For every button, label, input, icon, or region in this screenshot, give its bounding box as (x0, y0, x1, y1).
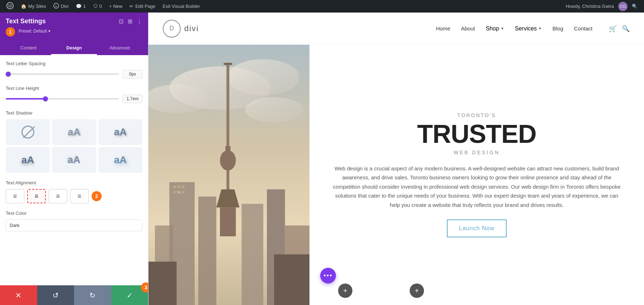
text-alignment-section: Text Alignment ≡ ≡ ≡ ≡ 2 (6, 180, 142, 203)
svg-text:D: D (55, 5, 57, 8)
tab-content[interactable]: Content (6, 42, 51, 55)
nav-home[interactable]: Home (436, 25, 450, 32)
search-button[interactable]: 🔍 (629, 4, 640, 9)
nav-contact[interactable]: Contact (574, 25, 592, 32)
nav-icons: 🛒 🔍 (609, 25, 630, 33)
letter-spacing-thumb[interactable] (6, 72, 11, 77)
save-icon: ✓ (127, 291, 133, 300)
panel-title: Text Settings (6, 18, 46, 25)
nav-about[interactable]: About (461, 25, 475, 32)
line-height-track[interactable] (6, 98, 119, 100)
shadow-option-1[interactable]: aA (52, 119, 96, 145)
line-height-fill (6, 98, 45, 100)
logo-letter: D (170, 25, 174, 32)
comments-button[interactable]: 💬 1 (73, 0, 89, 13)
panel-footer: ✕ ↺ ↻ ✓ 3 (0, 285, 148, 305)
site-preview: D divi Home About Shop ▼ Services ▼ Blog… (148, 13, 644, 305)
more-icon[interactable]: ⋮ (137, 18, 142, 25)
text-shadow-section: Text Shadow aA aA aA aA aA (6, 110, 142, 173)
add-module-button-2[interactable]: + (410, 284, 424, 298)
line-height-section: Text Line Height 1.7em (6, 86, 142, 103)
hero-title2: WEB DESIGN (331, 150, 623, 155)
svg-rect-28 (148, 262, 177, 305)
edit-icon: ✏ (130, 4, 133, 9)
badge-2: 2 (92, 191, 102, 201)
wp-logo-button[interactable]: W (4, 0, 16, 13)
no-shadow-icon (21, 126, 34, 139)
wp-icon: W (6, 2, 14, 10)
cart-icon[interactable]: 🛒 (609, 25, 617, 33)
purple-menu-button[interactable]: ••• (320, 268, 336, 284)
letter-spacing-slider-row: 0px (6, 70, 142, 78)
save-wrap: ✓ 3 (111, 285, 148, 305)
hero-image (148, 45, 309, 305)
launch-button[interactable]: Launch Now (447, 219, 507, 237)
search-icon[interactable]: 🔍 (622, 25, 630, 33)
user-section: Howdy, Christina Gwira CG 🔍 (563, 2, 640, 11)
shadow-option-5[interactable]: aA (98, 147, 142, 173)
svg-rect-22 (177, 186, 180, 188)
alignment-row: ≡ ≡ ≡ ≡ 2 (6, 189, 142, 203)
shadow-option-2[interactable]: aA (98, 119, 142, 145)
svg-point-6 (227, 59, 299, 95)
text-color-label: Text Color (6, 210, 142, 216)
settings-panel: Text Settings ⊡ ⊞ ⋮ 1 Preset: Default ▾ … (0, 13, 148, 305)
site-nav-links: Home About Shop ▼ Services ▼ Blog Contac… (436, 25, 630, 33)
divi-icon: D (53, 3, 59, 10)
user-greeting: Howdy, Christina Gwira (563, 4, 617, 9)
chat-button[interactable]: 🗨 0 (90, 0, 105, 13)
shadow-none[interactable] (6, 119, 50, 145)
my-sites-button[interactable]: 🏠 My Sites (18, 0, 49, 13)
svg-rect-24 (173, 191, 176, 193)
svg-rect-9 (226, 63, 229, 207)
line-height-value[interactable]: 1.7em (123, 95, 142, 103)
shadow-option-3[interactable]: aA (6, 147, 50, 173)
services-chevron-down-icon: ▼ (538, 26, 542, 30)
svg-rect-10 (224, 63, 232, 65)
nav-services[interactable]: Services ▼ (515, 25, 542, 32)
exit-builder-button[interactable]: Exit Visual Builder (160, 0, 203, 13)
chat-icon: 🗨 (93, 4, 98, 9)
align-justify-button[interactable]: ≡ (70, 189, 89, 203)
svg-rect-14 (220, 207, 236, 236)
letter-spacing-value[interactable]: 0px (123, 70, 142, 78)
text-alignment-label: Text Alignment (6, 180, 142, 185)
expand-icon[interactable]: ⊞ (128, 18, 132, 25)
color-select-row: Light Dark (6, 219, 142, 231)
nav-blog[interactable]: Blog (552, 25, 563, 32)
hero-title: TRUSTED (331, 121, 623, 147)
svg-rect-23 (182, 186, 185, 188)
tab-advanced[interactable]: Advanced (97, 42, 142, 55)
wp-admin-bar: W 🏠 My Sites D Divi 💬 1 🗨 0 + New ✏ Edit… (0, 0, 644, 13)
nav-shop[interactable]: Shop ▼ (486, 25, 504, 32)
hero-section: TORONTO'S TRUSTED WEB DESIGN Web design … (148, 45, 644, 305)
hero-content: TORONTO'S TRUSTED WEB DESIGN Web design … (309, 45, 644, 305)
undo-button[interactable]: ↺ (37, 285, 74, 305)
panel-content: Text Letter Spacing 0px Text Line Height (0, 55, 148, 285)
cancel-button[interactable]: ✕ (0, 285, 37, 305)
letter-spacing-section: Text Letter Spacing 0px (6, 61, 142, 78)
collapse-icon[interactable]: ⊡ (119, 18, 123, 25)
add-module-button-1[interactable]: + (338, 284, 352, 298)
divi-button[interactable]: D Divi (50, 0, 72, 13)
letter-spacing-label: Text Letter Spacing (6, 61, 142, 66)
svg-rect-26 (182, 191, 185, 193)
text-shadow-label: Text Shadow (6, 110, 142, 116)
badge-1: 1 (6, 27, 15, 37)
svg-rect-27 (274, 255, 309, 305)
align-right-button[interactable]: ≡ (49, 189, 67, 203)
text-color-select[interactable]: Light Dark (6, 219, 142, 231)
align-left-button[interactable]: ≡ (6, 189, 24, 203)
line-height-thumb[interactable] (43, 96, 48, 101)
svg-rect-21 (173, 186, 176, 188)
add-btns: + + (338, 284, 424, 298)
align-center-button[interactable]: ≡ (27, 189, 46, 203)
svg-rect-17 (241, 204, 263, 305)
redo-button[interactable]: ↻ (74, 285, 111, 305)
site-logo[interactable]: D divi (163, 20, 199, 38)
edit-page-button[interactable]: ✏ Edit Page (127, 0, 158, 13)
shadow-option-4[interactable]: aA (52, 147, 96, 173)
tab-design[interactable]: Design (51, 42, 97, 55)
letter-spacing-track[interactable] (6, 73, 119, 75)
new-button[interactable]: + New (106, 0, 125, 13)
